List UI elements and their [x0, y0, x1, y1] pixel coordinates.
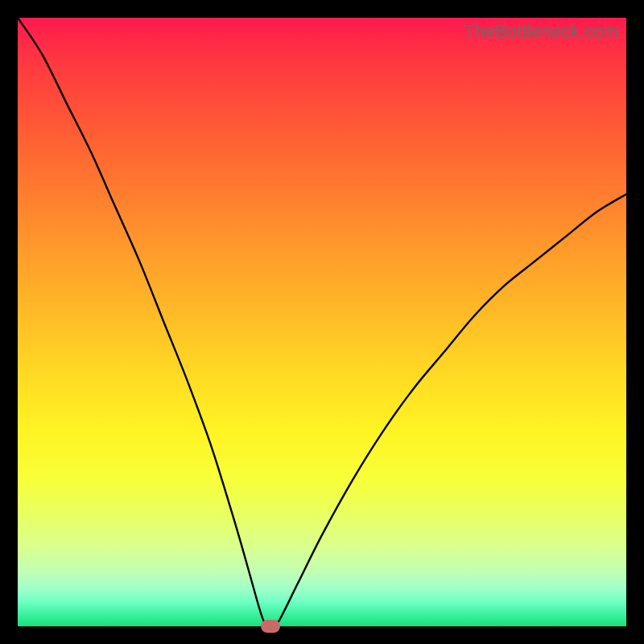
optimum-marker — [261, 620, 280, 633]
bottleneck-curve — [18, 18, 626, 626]
plot-area: TheBottleneck.com — [18, 18, 626, 626]
chart-frame: TheBottleneck.com — [0, 0, 644, 644]
